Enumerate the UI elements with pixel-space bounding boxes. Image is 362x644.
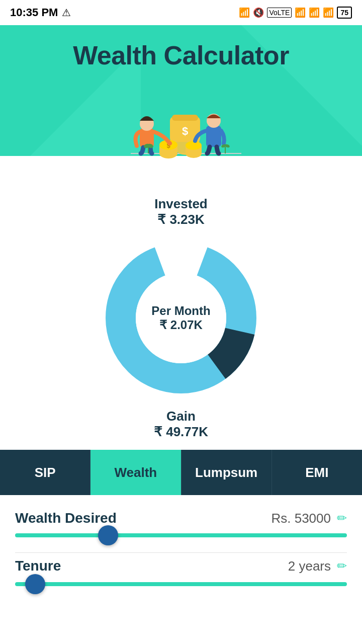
tenure-edit-icon[interactable]: ✏ [337, 559, 347, 573]
svg-point-11 [186, 141, 202, 150]
tenure-value-row: 2 years ✏ [288, 558, 347, 574]
svg-rect-14 [206, 126, 221, 147]
tenure-label: Tenure [15, 558, 61, 574]
main-content: Invested ₹ 3.23K Per Month ₹ 2.07K Gain … [0, 186, 362, 611]
invested-label: Invested [154, 196, 208, 212]
status-bar: 10:35 PM ⚠ 📶 🔇 VoLTE 📶 📶 📶 75 [0, 0, 362, 25]
wealth-desired-label: Wealth Desired [15, 510, 117, 526]
status-icons: 📶 🔇 VoLTE 📶 📶 📶 75 [239, 7, 352, 19]
donut-center-label: Per Month [151, 304, 210, 318]
gain-value: ₹ 49.77K [154, 424, 208, 440]
tenure-slider-track [15, 582, 347, 586]
donut-chart: Per Month ₹ 2.07K [101, 237, 261, 398]
header-section: Wealth Calculator $ $ [0, 25, 362, 186]
signal1-icon: 📶 [295, 7, 306, 18]
invested-value: ₹ 3.23K [154, 212, 208, 227]
alert-icon: ⚠ [62, 7, 71, 19]
signal2-icon: 📶 [309, 7, 320, 18]
tab-lumpsum[interactable]: Lumpsum [182, 450, 272, 495]
volte-icon: VoLTE [267, 8, 292, 18]
tenure-slider-container[interactable] [15, 582, 347, 586]
divider [15, 552, 347, 553]
mute-icon: 🔇 [253, 7, 264, 18]
wealth-desired-value-row: Rs. 53000 ✏ [271, 511, 347, 526]
svg-text:$: $ [182, 125, 188, 137]
wifi-icon: 📶 [323, 7, 334, 18]
donut-center-text: Per Month ₹ 2.07K [151, 304, 210, 332]
bluetooth-icon: 📶 [239, 7, 250, 18]
tab-bar: SIP Wealth Lumpsum EMI [0, 450, 362, 495]
wealth-desired-edit-icon[interactable]: ✏ [337, 511, 347, 525]
invested-section: Invested ₹ 3.23K [154, 196, 208, 227]
hero-illustration: $ $ [111, 75, 251, 166]
tenure-value: 2 years [288, 558, 331, 574]
tenure-row: Tenure 2 years ✏ [15, 558, 347, 574]
tenure-slider-thumb[interactable] [25, 574, 45, 594]
svg-rect-3 [172, 115, 198, 121]
gain-section: Gain ₹ 49.77K [154, 409, 208, 440]
wealth-slider-track [15, 533, 347, 537]
wealth-desired-value: Rs. 53000 [271, 511, 331, 526]
page-title: Wealth Calculator [73, 40, 289, 70]
gain-label: Gain [154, 409, 208, 424]
donut-center-value: ₹ 2.07K [151, 318, 210, 332]
tab-wealth[interactable]: Wealth [90, 450, 181, 495]
status-time: 10:35 PM [10, 6, 58, 19]
tab-emi[interactable]: EMI [272, 450, 362, 495]
wealth-slider-thumb[interactable] [98, 525, 118, 545]
tab-sip[interactable]: SIP [0, 450, 90, 495]
wealth-desired-row: Wealth Desired Rs. 53000 ✏ [15, 510, 347, 526]
controls-section: Wealth Desired Rs. 53000 ✏ Tenure 2 year… [0, 495, 362, 596]
battery-icon: 75 [337, 7, 352, 19]
wealth-slider-container[interactable] [15, 533, 347, 537]
